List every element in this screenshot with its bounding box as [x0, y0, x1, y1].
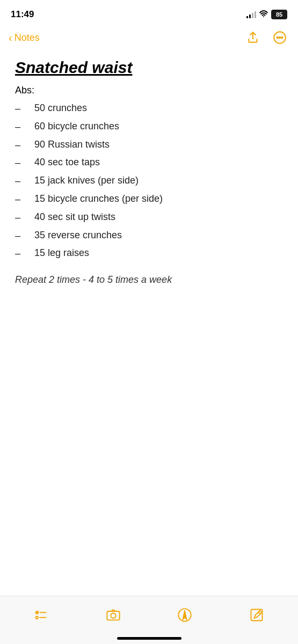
note-content: Snatched waist Abs: –50 crunches–60 bicy… [0, 53, 298, 296]
wifi-icon [259, 10, 268, 19]
list-dash: – [15, 137, 32, 153]
home-indicator [117, 637, 181, 640]
list-item: –60 bicycle crunches [15, 118, 283, 136]
list-dash: – [15, 119, 32, 135]
edit-button[interactable] [241, 602, 273, 628]
svg-marker-12 [183, 610, 187, 619]
battery-icon: 85 [271, 10, 287, 19]
svg-point-6 [35, 616, 38, 619]
status-bar: 11:49 85 [0, 0, 298, 26]
list-item: –15 bicycle crunches (per side) [15, 190, 283, 208]
list-item: –40 sec sit up twists [15, 208, 283, 226]
section-label: Abs: [15, 85, 283, 96]
list-dash: – [15, 209, 32, 225]
exercise-list: –50 crunches–60 bicycle crunches–90 Russ… [15, 99, 283, 262]
edit-icon [249, 608, 264, 623]
status-time: 11:49 [11, 9, 34, 20]
share-icon [246, 31, 260, 45]
exercise-text: 50 crunches [34, 100, 87, 116]
back-button[interactable]: ‹ Notes [9, 32, 40, 43]
list-item: –15 jack knives (per side) [15, 172, 283, 190]
status-icons: 85 [246, 10, 287, 19]
signal-icon [246, 11, 256, 18]
nav-bar: ‹ Notes [0, 26, 298, 53]
exercise-text: 40 sec toe taps [34, 155, 100, 170]
share-button[interactable] [243, 28, 263, 47]
location-button[interactable] [169, 602, 201, 628]
svg-point-2 [277, 37, 278, 39]
list-dash: – [15, 191, 32, 207]
list-item: –15 leg raises [15, 244, 283, 262]
checklist-icon [34, 608, 49, 623]
camera-button[interactable] [97, 602, 129, 628]
note-title: Snatched waist [15, 58, 283, 77]
list-dash: – [15, 245, 32, 261]
camera-icon [106, 608, 121, 623]
svg-rect-9 [107, 611, 119, 620]
list-dash: – [15, 100, 32, 116]
exercise-text: 15 jack knives (per side) [34, 173, 139, 188]
exercise-text: 35 reverse crunches [34, 228, 122, 243]
exercise-text: 90 Russian twists [34, 137, 110, 152]
exercise-text: 40 sec sit up twists [34, 209, 115, 225]
nav-actions [243, 28, 289, 47]
exercise-text: 15 bicycle crunches (per side) [34, 191, 163, 207]
back-label: Notes [14, 32, 40, 43]
svg-point-3 [279, 37, 281, 39]
location-icon [177, 608, 192, 623]
svg-point-10 [111, 613, 115, 618]
svg-point-0 [263, 16, 264, 17]
chevron-left-icon: ‹ [9, 32, 12, 43]
list-item: –50 crunches [15, 99, 283, 118]
list-dash: – [15, 228, 32, 244]
checklist-button[interactable] [25, 602, 57, 628]
list-dash: – [15, 155, 32, 171]
exercise-text: 60 bicycle crunches [34, 119, 119, 134]
exercise-text: 15 leg raises [34, 245, 89, 261]
more-button[interactable] [270, 28, 289, 47]
list-item: –90 Russian twists [15, 136, 283, 154]
more-icon [273, 31, 287, 45]
list-item: –40 sec toe taps [15, 153, 283, 172]
list-dash: – [15, 173, 32, 189]
repeat-text: Repeat 2 times - 4 to 5 times a week [15, 274, 283, 286]
list-item: –35 reverse crunches [15, 226, 283, 245]
svg-point-4 [281, 37, 283, 39]
